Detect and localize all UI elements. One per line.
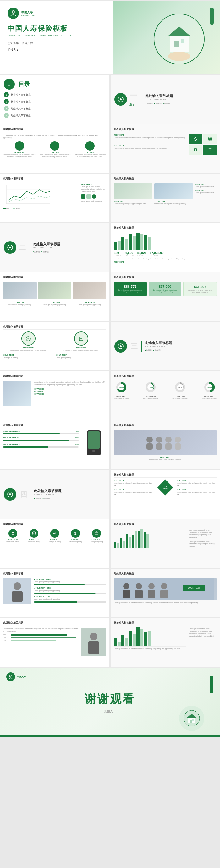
row-4: 此处输入相关标题 数据1 数据2: [0, 174, 220, 222]
person3-desc: Lorem ipsum printing typesetting.: [72, 304, 106, 306]
pb3-fill: [3, 446, 49, 447]
fb1: [114, 639, 117, 646]
slide-progress: 此处输入相关标题 YOUR TEXT HERE 75% YOUR TEXT HE…: [0, 421, 109, 469]
five-icons-title: 此处输入相关标题: [3, 522, 106, 527]
svg-rect-75: [192, 719, 194, 721]
progress-title: 此处输入相关标题: [3, 424, 106, 428]
keyword-title: 此处输入相关标题: [114, 473, 217, 478]
feature2-icon: [74, 332, 88, 346]
icon-row: [81, 194, 106, 199]
money-label2b: printing and typesetting.: [151, 291, 179, 293]
pb2-bar: [3, 440, 78, 441]
toc-num-3: 3: [4, 106, 9, 111]
hbar2: 87%: [3, 637, 78, 639]
prog2-text1: Lorem ipsum printing and typesetting.: [34, 581, 106, 583]
stat3-val: 88,828: [137, 251, 147, 255]
thank-you-center: 谢谢观看 汇报人：: [85, 691, 135, 714]
logo-icon: [7, 7, 19, 19]
slide-three-col: 此处输入相关标题 Lorem ipsum dolor sit amet cons…: [0, 124, 109, 173]
dbar-group4: [132, 531, 137, 548]
col3-text: Lorem ipsum printing and typesetting ind…: [73, 153, 106, 158]
slide3l-title: 此处输入相关标题: [3, 127, 106, 132]
photo-cards-title: 此处输入相关标题: [114, 177, 217, 182]
stat2-val: 1,500: [125, 251, 134, 255]
kw-left-bot-text: Lorem ipsum printing and typesetting ind…: [114, 491, 154, 495]
svg-rect-68: [88, 641, 99, 654]
photo4-text: Lorem ipsum dolor sit amet.: [195, 192, 217, 194]
people-photo2: [38, 282, 72, 300]
phone-button: [92, 450, 95, 452]
barchart-texthere: TEXT HERE: [114, 261, 217, 263]
kw-right-top-label: TEXT HERE: [177, 479, 217, 482]
slide-toc: 目录 1 此处输入章节标题 2 此处输入章节标题 3 此处输入章节标题 4 此处…: [0, 75, 109, 124]
cover-image: [113, 1, 220, 73]
pb1-pct: 75%: [75, 430, 78, 432]
stat4-val: 17,032.00: [150, 251, 164, 255]
chapter1-icon: [115, 93, 127, 106]
swot-s: S: [189, 134, 202, 144]
bar7: [136, 233, 139, 250]
svg-rect-63: [160, 590, 168, 598]
final-chart-side: Lorem ipsum dolor sit amet consectetur a…: [189, 628, 217, 650]
green-divider4: [31, 489, 31, 500]
dbar4a: [132, 535, 134, 548]
swot-text-body2: Lorem ipsum dolor sit amet consectetur a…: [114, 148, 186, 150]
feature1: TEXT HERE Lorem ipsum printing typesetti…: [3, 332, 54, 351]
final-group-photo: YOUR TEXT: [114, 578, 217, 600]
staircase-text: Lorem ipsum dolor sit amet consectetur a…: [3, 628, 78, 656]
svg-rect-74: [190, 720, 192, 723]
row-11: 此处输入相关标题 YOUR TEXT Lorem ipsum printing.…: [0, 519, 220, 568]
svg-rect-5: [175, 40, 179, 47]
ft2-text: Lorem ipsum printing.: [56, 356, 106, 359]
money-card3: $6F,207 Lorem ipsum sit amet consectetur…: [183, 282, 217, 296]
final-group-title: 此处输入相关标题: [114, 572, 217, 577]
money-val3: $6F,207: [186, 285, 214, 289]
hbar3: 60%: [3, 639, 78, 641]
bar9: [144, 235, 147, 250]
svg-point-39: [156, 436, 162, 443]
fi2-icon: $: [30, 529, 38, 538]
dbar4b: [134, 531, 137, 548]
progress2-image: [3, 578, 31, 603]
pb-item1: YOUR TEXT HERE 75%: [3, 430, 78, 434]
chapter4-number: 四: [20, 490, 27, 499]
photo2-label: YOUR TEXT: [154, 200, 193, 202]
fb10: [148, 630, 151, 646]
double-bar-title: 此处输入相关标题: [114, 522, 217, 527]
pie1: 60% YOUR TEXT Lorem ipsum printing.: [114, 381, 129, 399]
swot-text-label: TEXT HERE: [114, 134, 186, 136]
phone-screen: [88, 432, 100, 449]
fi1-label: YOUR TEXT: [3, 539, 23, 540]
svg-text:17%: 17%: [178, 386, 183, 389]
final-chart-side-text: Lorem ipsum dolor sit amet consectetur a…: [189, 628, 217, 638]
laptop-desc: Lorem ipsum dolor sit amet, consectetur …: [34, 381, 106, 386]
money-card1: $88,772 Lorem ipsum sit amet consectetur…: [114, 282, 147, 296]
col1-text: Lorem ipsum printing and typesetting ind…: [3, 153, 36, 158]
svg-point-37: [147, 436, 153, 443]
slide-chapter4-header: 四 此处输入章节标题 YOUR TITLE HERE ● 副标题 ● 副标题: [0, 470, 109, 519]
row-2: 目录 1 此处输入章节标题 2 此处输入章节标题 3 此处输入章节标题 4 此处…: [0, 75, 220, 124]
svg-rect-44: [175, 443, 181, 450]
staircase-content: Lorem ipsum dolor sit amet consectetur a…: [3, 628, 106, 656]
pb3-label: YOUR TEXT HERE: [3, 443, 20, 445]
pb2-label: YOUR TEXT HERE: [3, 437, 20, 439]
person2-info: YOUR TEXT Lorem ipsum printing typesetti…: [38, 301, 72, 306]
svg-rect-47: [12, 534, 14, 535]
final-group-desc: Lorem ipsum dolor sit amet consectetur a…: [114, 601, 217, 604]
dbar-group2: [120, 538, 125, 548]
sub-title: CHINA LIFE INSURANCE POWERPOINT TEMPLATE: [7, 35, 105, 37]
svg-text:$: $: [33, 533, 35, 535]
pie3-desc: Lorem ipsum printing.: [172, 397, 188, 399]
pie3: 17% YOUR TEXT Lorem ipsum printing.: [172, 381, 188, 399]
swot-grid: S W O T: [189, 134, 217, 155]
chapter2-title-en: YOUR TITLE HERE: [33, 247, 60, 249]
people-photo3: [72, 282, 106, 300]
svg-rect-61: [148, 590, 155, 598]
chapter3-content: 此处输入章节标题 YOUR TITLE HERE ● 副标题 ● 副标题: [142, 341, 172, 352]
toc-item-1: 此处输入章节标题: [11, 93, 31, 97]
svg-point-67: [90, 633, 97, 640]
laptop-title: 此处输入相关标题: [3, 374, 106, 379]
hbar1-fill: [11, 634, 67, 636]
prog2-fill3: [34, 601, 77, 602]
photo2-text: Lorem ipsum printing and typesetting ind…: [154, 203, 193, 205]
